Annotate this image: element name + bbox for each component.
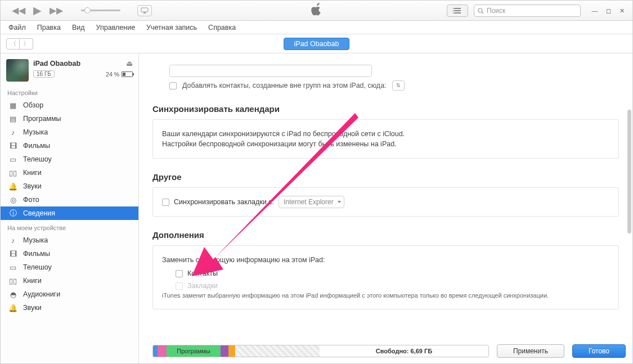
music-icon: ♪ <box>8 128 17 137</box>
svg-rect-0 <box>141 8 148 12</box>
menu-view[interactable]: Вид <box>72 24 85 32</box>
battery-icon <box>122 71 133 77</box>
sidebar-item-tones[interactable]: 🔔Звуки <box>1 179 138 193</box>
footer-bar: Программы Свободно: 6,69 ГБ Применить Го… <box>152 344 626 358</box>
menubar: Файл Правка Вид Управление Учетная запис… <box>1 21 632 34</box>
add-contacts-label: Добавлять контакты, созданные вне групп … <box>182 82 387 89</box>
sync-bookmarks-checkbox[interactable] <box>162 199 169 206</box>
usage-seg-audio <box>153 345 158 357</box>
audiobook-icon: ◓ <box>8 290 17 299</box>
eject-icon[interactable]: ⏏ <box>126 59 133 68</box>
list-view-button[interactable] <box>447 5 468 17</box>
bell-icon: 🔔 <box>8 182 17 191</box>
svg-line-5 <box>482 12 483 14</box>
bell-icon: 🔔 <box>8 303 17 312</box>
book-icon: ▯▯ <box>8 276 17 285</box>
addons-heading: Дополнения <box>152 230 619 240</box>
addons-card: Заменить следующую информацию на этом iP… <box>152 245 619 309</box>
sidebar-item-books[interactable]: ▯▯Книги <box>1 166 138 179</box>
usage-seg-other <box>228 345 235 357</box>
menu-account[interactable]: Учетная запись <box>146 24 197 32</box>
titlebar: ◀◀ ▶ ▶▶ Поиск — ◻ ✕ <box>1 1 632 21</box>
nav-header: 〈 〉 iPad Obaobab <box>1 34 632 53</box>
ondevice-item-music[interactable]: ♪Музыка <box>1 233 138 247</box>
search-icon <box>478 8 484 14</box>
svg-point-2 <box>453 10 454 11</box>
sidebar-settings-header: Настройки <box>1 85 138 98</box>
addons-footnote: iTunes заменит выбранную информацию на э… <box>162 292 609 299</box>
info-icon: ⓘ <box>8 209 17 218</box>
book-icon: ▯▯ <box>8 168 17 177</box>
sidebar-item-photos[interactable]: ◎Фото <box>1 193 138 206</box>
sidebar-item-apps[interactable]: ▤Программы <box>1 112 138 125</box>
menu-help[interactable]: Справка <box>208 24 236 32</box>
bookmarks-label: Закладки <box>187 282 218 290</box>
sidebar: iPad Obaobab ⏏ 16 ГБ 24 % Настройки ▦Обз… <box>1 53 139 364</box>
replace-info-label: Заменить следующую информацию на этом iP… <box>162 256 609 264</box>
bookmarks-checkbox <box>176 282 183 290</box>
play-button[interactable]: ▶ <box>33 4 42 17</box>
sidebar-item-music[interactable]: ♪Музыка <box>1 125 138 139</box>
volume-slider[interactable] <box>81 10 120 11</box>
usage-seg-free: Свободно: 6,69 ГБ <box>320 345 488 357</box>
menu-edit[interactable]: Правка <box>37 24 61 32</box>
minimize-button[interactable]: — <box>589 6 601 16</box>
calendars-line2: Настройки беспроводной синхронизации мог… <box>162 140 609 148</box>
add-contacts-popup[interactable]: ⇅ <box>392 80 405 91</box>
device-capacity: 16 ГБ <box>33 70 55 78</box>
tv-icon: ▭ <box>8 155 17 164</box>
tv-icon: ▭ <box>8 263 17 272</box>
other-card: Синхронизировать закладки с: Internet Ex… <box>152 187 619 217</box>
other-heading: Другое <box>152 172 619 182</box>
add-contacts-checkbox[interactable] <box>169 82 177 89</box>
menu-file[interactable]: Файл <box>8 24 26 32</box>
film-icon: 🎞 <box>8 141 17 150</box>
scrollbar[interactable] <box>627 110 631 233</box>
ondevice-item-tv[interactable]: ▭Телешоу <box>1 260 138 274</box>
svg-point-1 <box>453 8 454 9</box>
search-input[interactable]: Поиск <box>474 5 581 17</box>
sidebar-item-films[interactable]: 🎞Фильмы <box>1 139 138 152</box>
device-battery: 24 % <box>106 71 133 78</box>
browser-dropdown[interactable]: Internet Explorer <box>279 196 344 208</box>
next-button[interactable]: ▶▶ <box>50 5 63 16</box>
maximize-button[interactable]: ◻ <box>602 6 614 16</box>
sidebar-ondevice-header: На моем устройстве <box>1 220 138 233</box>
playback-controls: ◀◀ ▶ ▶▶ <box>12 4 152 17</box>
calendars-line1: Ваши календари синхронизируются с iPad п… <box>162 130 609 138</box>
prev-button[interactable]: ◀◀ <box>12 5 25 16</box>
svg-point-3 <box>453 12 454 14</box>
storage-usage-bar[interactable]: Программы Свободно: 6,69 ГБ <box>152 345 489 357</box>
close-button[interactable]: ✕ <box>616 6 628 16</box>
ondevice-item-tones[interactable]: 🔔Звуки <box>1 301 138 314</box>
sidebar-item-info[interactable]: ⓘСведения <box>1 206 138 220</box>
airplay-button[interactable] <box>137 5 152 16</box>
usage-seg-reserved <box>235 345 320 357</box>
nav-back-button[interactable]: 〈 <box>6 38 20 50</box>
apple-logo-icon <box>311 3 322 19</box>
apply-button[interactable]: Применить <box>497 344 564 358</box>
menu-controls[interactable]: Управление <box>96 24 136 32</box>
device-name: iPad Obaobab <box>33 60 80 68</box>
device-tab[interactable]: iPad Obaobab <box>284 38 350 50</box>
usage-seg-photos <box>158 345 167 357</box>
contacts-group-dropdown[interactable] <box>169 65 372 77</box>
nav-forward-button[interactable]: 〉 <box>20 38 33 50</box>
calendars-card: Ваши календари синхронизируются с iPad п… <box>152 119 619 159</box>
sidebar-item-summary[interactable]: ▦Обзор <box>1 98 138 112</box>
sidebar-item-tv[interactable]: ▭Телешоу <box>1 152 138 166</box>
usage-seg-docs <box>221 345 228 357</box>
done-button[interactable]: Готово <box>572 344 626 358</box>
ondevice-item-books[interactable]: ▯▯Книги <box>1 274 138 287</box>
usage-seg-apps: Программы <box>167 345 221 357</box>
contacts-checkbox[interactable] <box>176 270 183 277</box>
content-pane: Добавлять контакты, созданные вне групп … <box>139 53 632 364</box>
window-controls: — ◻ ✕ <box>589 6 628 16</box>
camera-icon: ◎ <box>8 195 17 204</box>
ondevice-item-audiobooks[interactable]: ◓Аудиокниги <box>1 287 138 301</box>
apps-icon: ▤ <box>8 114 17 123</box>
device-thumbnail <box>6 59 29 82</box>
grid-icon: ▦ <box>8 101 17 110</box>
sync-bookmarks-label: Синхронизировать закладки с: <box>174 198 274 206</box>
ondevice-item-films[interactable]: 🎞Фильмы <box>1 247 138 260</box>
